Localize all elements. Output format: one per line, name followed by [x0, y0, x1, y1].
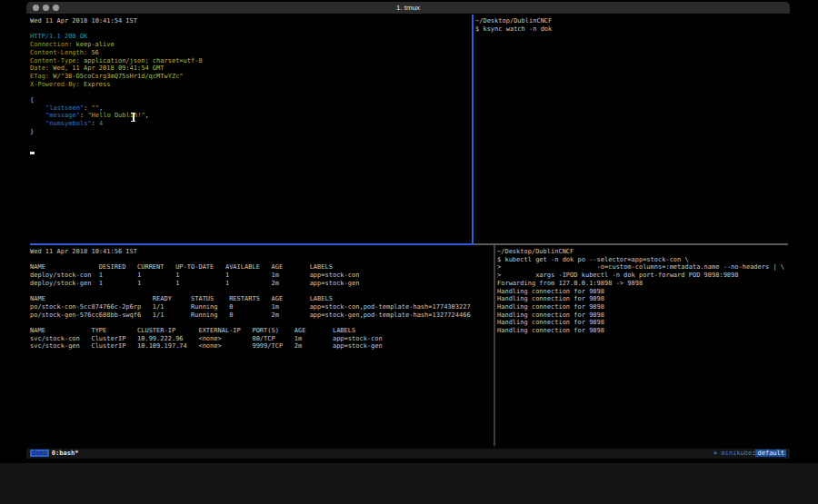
- pane-http-response[interactable]: Wed 11 Apr 2018 10:41:54 IST HTTP/1.1 20…: [30, 17, 472, 242]
- pane-ksync[interactable]: ~/Desktop/DublinCNCF $ ksync watch -n do…: [475, 17, 786, 242]
- window-title: 1. tmux: [26, 2, 790, 14]
- pane-divider-vertical-bottom[interactable]: [494, 245, 495, 446]
- pane-divider-vertical-top[interactable]: [472, 15, 474, 243]
- window-titlebar[interactable]: 1. tmux: [26, 2, 790, 15]
- status-left: demo0:bash*: [30, 449, 78, 459]
- terminal-window: 1. tmux Wed 11 Apr 2018 10:41:54 IST HTT…: [26, 2, 790, 463]
- minimize-button-icon[interactable]: [43, 5, 49, 11]
- output-line: Handling connection for 9898: [497, 288, 786, 296]
- services-table: NAME TYPE CLUSTER-IP EXTERNAL-IP PORT(S)…: [30, 327, 494, 351]
- output-line: Handling connection for 9898: [497, 311, 786, 320]
- json-entry: "message": "Hello Dublin!",: [30, 112, 472, 120]
- cwd-line: ~/Desktop/DublinCNCF: [497, 248, 786, 256]
- http-header-row: Content-Length:56: [30, 49, 472, 57]
- output-line: Handling connection for 9898: [497, 319, 786, 327]
- command-continuation-line: > xargs -IPOD kubectl -n dok port-forwar…: [497, 272, 786, 280]
- output-line: Handling connection for 9898: [497, 327, 786, 335]
- json-open-brace: {: [30, 96, 472, 104]
- output-line: Forwarding from 127.0.0.1:9898 -> 9898: [497, 280, 786, 288]
- json-entry: "numsymbols": 4: [30, 120, 472, 128]
- tmux-status-bar: demo0:bash* ⎈ minikube:default: [26, 449, 790, 459]
- deployments-table: NAME DESIRED CURRENT UP-TO-DATE AVAILABL…: [30, 263, 494, 287]
- terminal-cursor: [30, 152, 35, 154]
- timestamp-line: Wed 11 Apr 2018 10:41:56 IST: [30, 248, 494, 256]
- http-keyword: HTTP: [30, 33, 45, 40]
- command-line: $ kubectl get -n dok po --selector=app=s…: [497, 256, 786, 264]
- kube-context-label: minikube: [722, 450, 753, 457]
- pane-port-forward[interactable]: ~/Desktop/DublinCNCF $ kubectl get -n do…: [497, 248, 786, 446]
- json-close-brace: }: [30, 128, 472, 136]
- http-version-status: /1.1 200: [45, 33, 76, 40]
- http-header-row: Connection:keep-alive: [30, 41, 472, 49]
- http-header-row: Content-Type:application/json; charset=u…: [30, 57, 472, 65]
- cwd-line: ~/Desktop/DublinCNCF: [475, 17, 786, 25]
- tmux-terminal: Wed 11 Apr 2018 10:41:54 IST HTTP/1.1 20…: [26, 15, 790, 448]
- json-entry: "lastseen": "",: [30, 104, 472, 113]
- kube-namespace-badge: default: [755, 450, 786, 457]
- pane-divider-horizontal-active[interactable]: [30, 243, 474, 245]
- http-header-row: ETag:W/"38-O5coCsrg3mQ75sHr1d/qcMTwYZc": [30, 73, 472, 81]
- session-name-badge: demo: [30, 450, 49, 457]
- desktop-background: [0, 463, 818, 504]
- active-window-item[interactable]: 0:bash*: [52, 450, 79, 457]
- pane-divider-horizontal[interactable]: [474, 243, 788, 245]
- output-line: Handling connection for 9898: [497, 303, 786, 311]
- command-continuation-line: > -o=custom-columns=:metadata.name --no-…: [497, 263, 786, 272]
- http-reason: OK: [80, 33, 87, 40]
- http-status-line: HTTP/1.1 200OK: [30, 33, 472, 41]
- mouse-ibeam-cursor: [133, 114, 135, 121]
- http-header-row: Date:Wed, 11 Apr 2018 09:41:54 GMT: [30, 64, 472, 73]
- timestamp-line: Wed 11 Apr 2018 10:41:54 IST: [30, 17, 472, 25]
- zoom-button-icon[interactable]: [53, 5, 59, 11]
- traffic-lights: [33, 5, 59, 11]
- command-line: $ ksync watch -n dok: [475, 25, 786, 34]
- status-right: ⎈ minikube:default: [713, 449, 786, 459]
- pods-table: NAME READY STATUS RESTARTS AGE LABELS po…: [30, 295, 494, 319]
- http-header-row: X-Powered-By:Express: [30, 81, 472, 89]
- close-button-icon[interactable]: [33, 5, 39, 11]
- output-line: Handling connection for 9898: [497, 295, 786, 303]
- pane-kubectl-resources[interactable]: Wed 11 Apr 2018 10:41:56 IST NAME DESIRE…: [30, 248, 494, 446]
